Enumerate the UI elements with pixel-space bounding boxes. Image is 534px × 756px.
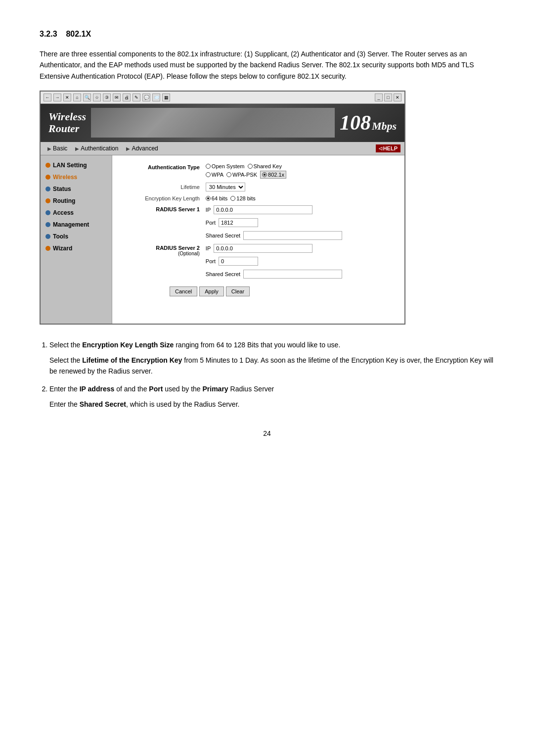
section-heading: 3.2.3 802.1X xyxy=(40,30,494,39)
sidebar-item-lan-setting-label: LAN Setting xyxy=(53,162,87,169)
forward-button[interactable]: → xyxy=(53,94,61,101)
access-dot xyxy=(45,210,50,215)
radio-shared-key[interactable]: Shared Key xyxy=(248,163,282,169)
wizard-dot xyxy=(45,246,50,251)
settings-form: Authentication Type Open System Shared K… xyxy=(120,161,397,281)
radio-open-system[interactable]: Open System xyxy=(206,163,245,169)
radius1-port-input[interactable] xyxy=(219,218,258,227)
sidebar-item-routing[interactable]: Routing xyxy=(41,195,112,207)
sidebar-item-status[interactable]: Status xyxy=(41,183,112,195)
sidebar-item-wireless[interactable]: Wireless xyxy=(41,171,112,183)
instructions-list: Select the Encryption Key Length Size ra… xyxy=(40,339,494,410)
radio-shared-key-label: Shared Key xyxy=(254,163,282,169)
maximize-button[interactable]: □ xyxy=(384,94,392,101)
instruction-1: Select the Encryption Key Length Size ra… xyxy=(49,339,494,377)
print-button[interactable]: 🖨 xyxy=(123,94,131,101)
radius2-ip-label: IP xyxy=(206,245,211,251)
radio-wpa-psk[interactable]: WPA-PSK xyxy=(226,172,257,178)
nav-tabs: ▶ Basic ▶ Authentication ▶ Advanced ◁ HE… xyxy=(41,142,404,155)
tools-dot xyxy=(45,234,50,239)
form-buttons: Cancel Apply Clear xyxy=(120,286,397,296)
radio-wpa-icon xyxy=(206,172,211,177)
instr2-bold2: Port xyxy=(149,385,163,393)
radius1-label: RADIUS Server 1 xyxy=(120,203,203,242)
apply-button[interactable]: Apply xyxy=(199,286,224,296)
mail-button[interactable]: ✉ xyxy=(113,94,121,101)
home-button[interactable]: ⌂ xyxy=(73,94,81,101)
window-controls: _ □ ✕ xyxy=(375,94,401,101)
radius1-ip-row: RADIUS Server 1 IP xyxy=(120,203,397,216)
radio-open-system-label: Open System xyxy=(212,163,245,169)
section-number: 3.2.3 xyxy=(40,30,57,38)
radio-wpa[interactable]: WPA xyxy=(206,172,223,178)
status-dot xyxy=(45,187,50,191)
grid-button[interactable]: ▦ xyxy=(162,94,170,101)
help-label: HELP xyxy=(383,145,398,151)
enc-key-field: 64 bits 128 bits xyxy=(203,193,397,203)
router-header: Wireless Router 108 Mbps xyxy=(41,104,404,142)
sidebar-item-tools[interactable]: Tools xyxy=(41,231,112,242)
radius2-label: RADIUS Server 2 (Optional) xyxy=(120,242,203,281)
clear-button[interactable]: Clear xyxy=(226,286,250,296)
sidebar: LAN Setting Wireless Status Routing Acce… xyxy=(41,155,112,324)
sidebar-item-management[interactable]: Management xyxy=(41,219,112,231)
radio-128bits[interactable]: 128 bits xyxy=(230,195,256,201)
discuss-button[interactable]: 💬 xyxy=(142,94,150,101)
instr1-subpara: Select the Lifetime of the Encryption Ke… xyxy=(49,355,494,377)
auth-radio-group: Open System Shared Key xyxy=(206,163,394,169)
tab-adv-arrow: ▶ xyxy=(126,146,130,151)
speed-number: 108 xyxy=(340,111,371,135)
radio-wpa-psk-label: WPA-PSK xyxy=(232,172,257,178)
tab-auth-arrow: ▶ xyxy=(75,146,79,151)
radius2-port-cell: Port xyxy=(203,255,397,268)
radio-open-system-icon xyxy=(206,164,211,169)
stop-button[interactable]: ✕ xyxy=(63,94,71,101)
radius2-ip-input[interactable] xyxy=(214,244,312,253)
page-number: 24 xyxy=(40,429,494,437)
lifetime-label: Lifetime xyxy=(120,181,203,193)
radius1-secret-input[interactable] xyxy=(243,231,342,240)
auth-type-label: Authentication Type xyxy=(120,161,203,181)
minimize-button[interactable]: _ xyxy=(375,94,383,101)
radio-wpa-psk-icon xyxy=(226,172,231,177)
radius2-secret-cell: Shared Secret xyxy=(203,268,397,281)
sidebar-item-lan-setting[interactable]: LAN Setting xyxy=(41,159,112,171)
instr2-subbold: Shared Secret xyxy=(80,400,126,408)
history-button[interactable]: ③ xyxy=(103,94,111,101)
decorative-banner xyxy=(91,108,335,138)
lifetime-select[interactable]: 30 Minutes 5 Minutes 1 Hour 1 Day xyxy=(206,183,245,191)
browser-window: ← → ✕ ⌂ 🔍 ☆ ③ ✉ 🖨 ✎ 💬 📨 ▦ _ □ ✕ Wireless… xyxy=(40,91,405,325)
cancel-button[interactable]: Cancel xyxy=(170,286,197,296)
radius1-ip-input[interactable] xyxy=(214,205,312,214)
instr2-text1: Enter the xyxy=(49,385,80,393)
tab-auth-label: Authentication xyxy=(81,145,118,152)
radio-64bits[interactable]: 64 bits xyxy=(206,195,227,201)
instr1-subbold: Lifetime of the Encryption Key xyxy=(82,356,182,364)
radio-shared-key-icon xyxy=(248,164,253,169)
back-button[interactable]: ← xyxy=(44,94,51,101)
sidebar-item-wizard-label: Wizard xyxy=(53,245,72,252)
radio-64bits-label: 64 bits xyxy=(212,195,227,201)
radio-802-1x[interactable]: 802.1x xyxy=(260,171,286,179)
enc-key-row: Encryption Key Length 64 bits 128 bits xyxy=(120,193,397,203)
radius2-optional-label: (Optional) xyxy=(123,251,200,256)
radius2-port-input[interactable] xyxy=(219,257,258,266)
instr2-text2: of and the xyxy=(114,385,149,393)
radius2-secret-input[interactable] xyxy=(243,270,342,279)
sidebar-item-status-label: Status xyxy=(53,186,71,192)
search-button[interactable]: 🔍 xyxy=(83,94,91,101)
radius1-port-label: Port xyxy=(206,220,216,226)
help-button[interactable]: ◁ HELP xyxy=(376,144,400,152)
instr2-text4: Radius Server xyxy=(228,385,274,393)
tab-advanced[interactable]: ▶ Advanced xyxy=(123,144,161,153)
tab-basic[interactable]: ▶ Basic xyxy=(44,144,70,153)
tab-authentication[interactable]: ▶ Authentication xyxy=(72,144,121,153)
sidebar-item-wizard[interactable]: Wizard xyxy=(41,242,112,254)
radius1-ip-label: IP xyxy=(206,207,211,213)
favorites-button[interactable]: ☆ xyxy=(93,94,101,101)
radio-128bits-label: 128 bits xyxy=(236,195,256,201)
close-button[interactable]: ✕ xyxy=(394,94,401,101)
sidebar-item-access[interactable]: Access xyxy=(41,207,112,219)
edit-button[interactable]: ✎ xyxy=(133,94,140,101)
messenger-button[interactable]: 📨 xyxy=(152,94,160,101)
